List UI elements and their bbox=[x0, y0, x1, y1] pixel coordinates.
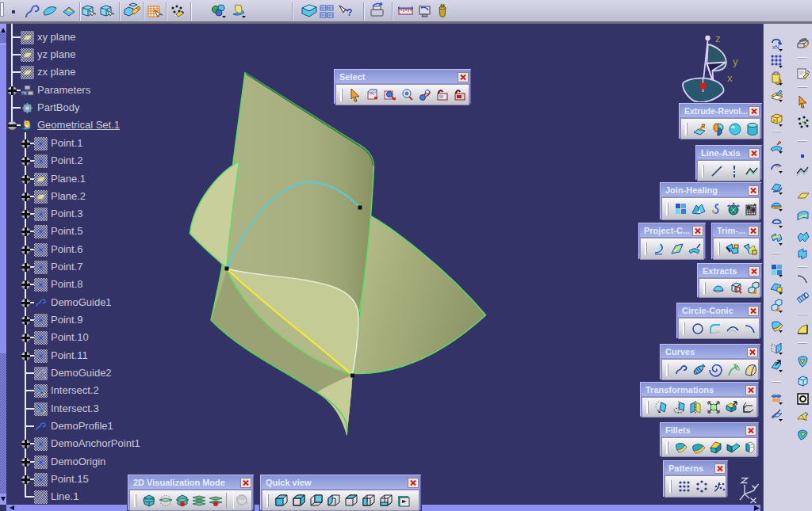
svg-text:x: x bbox=[727, 72, 733, 84]
svg-text:y: y bbox=[733, 55, 738, 67]
svg-text:xN: xN bbox=[772, 44, 779, 50]
svg-text:z: z bbox=[715, 32, 721, 44]
svg-text:?: ? bbox=[347, 7, 352, 18]
